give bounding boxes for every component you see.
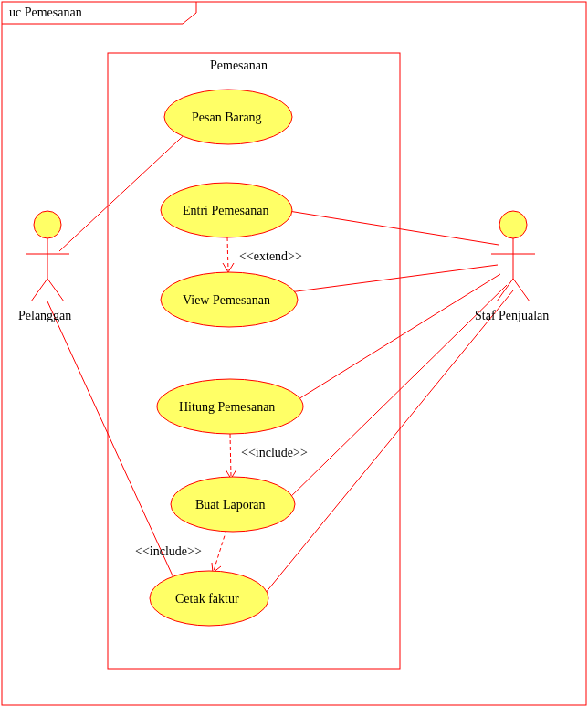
usecase-diagram: uc Pemesanan Pemesanan <<extend>> <<incl… xyxy=(0,0,588,707)
usecase-hitung-pemesanan: Hitung Pemesanan xyxy=(157,379,303,434)
usecase-cetak-faktur: Cetak faktur xyxy=(150,571,268,626)
diagram-frame: uc Pemesanan xyxy=(2,2,586,705)
svg-text:Pesan Barang: Pesan Barang xyxy=(192,111,262,124)
svg-point-14 xyxy=(34,211,61,238)
dep-include1 xyxy=(230,434,231,477)
assoc-staf-laporan xyxy=(285,285,507,502)
usecase-buat-laporan: Buat Laporan xyxy=(171,477,295,532)
stereotype-extend: <<extend>> xyxy=(239,249,302,263)
svg-text:Cetak faktur: Cetak faktur xyxy=(175,592,239,606)
usecase-entri-pemesanan: Entri Pemesanan xyxy=(161,183,292,237)
svg-line-22 xyxy=(497,279,513,301)
usecase-view-pemesanan: View Pemesanan xyxy=(161,272,298,327)
actor-pelanggan-label: Pelanggan xyxy=(18,309,71,322)
actor-pelanggan: Pelanggan xyxy=(18,211,71,322)
assoc-staf-hitung xyxy=(294,274,500,402)
assoc-staf-entri xyxy=(283,210,499,245)
svg-rect-0 xyxy=(2,2,586,705)
svg-line-18 xyxy=(47,279,64,301)
svg-text:View Pemesanan: View Pemesanan xyxy=(183,293,270,307)
svg-line-17 xyxy=(31,279,47,301)
svg-line-23 xyxy=(513,279,530,301)
assoc-staf-cetak xyxy=(265,290,513,594)
usecase-pesan-barang: Pesan Barang xyxy=(164,90,292,144)
assoc-staf-view xyxy=(289,265,498,292)
svg-text:Buat Laporan: Buat Laporan xyxy=(195,498,266,512)
svg-point-19 xyxy=(499,211,527,238)
diagram-title: uc Pemesanan xyxy=(9,5,82,19)
stereotype-include1: <<include>> xyxy=(241,446,308,459)
dep-extend xyxy=(227,237,228,270)
actor-staf-label: Staf Penjualan xyxy=(475,309,549,322)
svg-text:Entri Pemesanan: Entri Pemesanan xyxy=(183,204,268,217)
dep-include2 xyxy=(214,530,226,571)
svg-rect-1 xyxy=(108,53,400,669)
svg-text:Hitung Pemesanan: Hitung Pemesanan xyxy=(179,400,275,414)
stereotype-include2: <<include>> xyxy=(135,544,202,558)
assoc-pelanggan-pesan xyxy=(59,128,192,251)
system-name: Pemesanan xyxy=(210,58,268,72)
system-boundary: Pemesanan xyxy=(108,53,400,669)
